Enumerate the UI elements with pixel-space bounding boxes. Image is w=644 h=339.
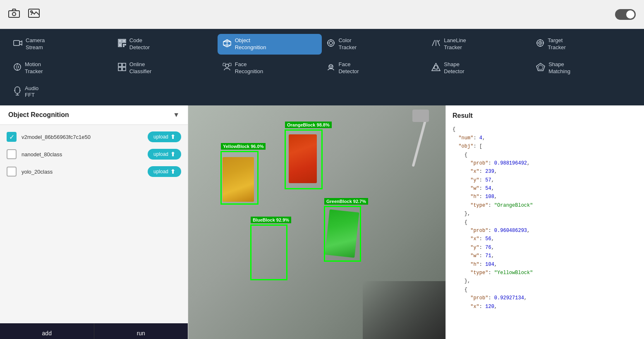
right-panel: Result { "num": 4, "obj": [ { "prob": 0.… xyxy=(445,105,644,339)
nav-target-tracker-label: TargetTracker xyxy=(548,37,566,51)
svg-rect-38 xyxy=(229,63,231,66)
green-block-container: GreenBlock 92.7% xyxy=(324,206,361,262)
nav-audio-fft[interactable]: AudioFFT xyxy=(8,82,113,103)
upload-btn-v2model[interactable]: upload ⬆ xyxy=(148,131,181,142)
model-checkbox-v2model[interactable]: ✓ xyxy=(7,132,17,142)
model-item: yolo_20class upload ⬆ xyxy=(7,166,181,177)
panel-header: Object Recognition ▼ xyxy=(0,105,188,125)
svg-point-15 xyxy=(329,41,333,45)
shape-detector-icon xyxy=(431,63,441,73)
svg-rect-32 xyxy=(118,63,122,67)
camera-icon[interactable] xyxy=(8,8,20,21)
motion-tracker-icon xyxy=(13,63,22,73)
face-detector-icon xyxy=(327,63,335,73)
svg-rect-43 xyxy=(434,65,438,69)
svg-rect-4 xyxy=(14,41,19,45)
blue-detection-box: BlueBlock 92.9% xyxy=(250,224,287,280)
nav-color-tracker-label: ColorTracker xyxy=(338,37,357,51)
face-recognition-icon xyxy=(223,63,232,73)
audio-fft-icon xyxy=(13,86,22,98)
blue-detection-label: BlueBlock 92.9% xyxy=(251,217,291,223)
svg-point-40 xyxy=(330,66,331,67)
nav-target-tracker[interactable]: TargetTracker xyxy=(531,34,636,55)
panel-title: Object Recognition xyxy=(8,111,69,119)
add-button[interactable]: add xyxy=(0,323,94,339)
nav-camera-stream[interactable]: CameraStream xyxy=(8,34,113,55)
left-panel: Object Recognition ▼ ✓ v2model_86b56963f… xyxy=(0,105,188,339)
panel-footer: add run xyxy=(0,323,188,339)
svg-point-29 xyxy=(16,66,19,68)
yellow-detection-label: YellowBlock 96.0% xyxy=(221,143,266,150)
blue-block-container: BlueBlock 92.9% xyxy=(250,224,287,280)
top-bar xyxy=(0,0,644,29)
svg-rect-35 xyxy=(122,67,126,71)
upload-arrow-icon: ⬆ xyxy=(170,151,175,158)
yellow-detection-box: YellowBlock 96.0% xyxy=(220,151,259,205)
nav-laneline-tracker-label: LaneLineTracker xyxy=(444,37,466,51)
nav-face-detector[interactable]: FaceDetector xyxy=(322,58,426,79)
nav-color-tracker[interactable]: ColorTracker xyxy=(322,34,426,55)
nav-motion-tracker-label: MotionTracker xyxy=(25,61,43,75)
connector xyxy=(412,110,429,122)
image-icon[interactable] xyxy=(28,8,40,21)
nav-face-detector-label: FaceDetector xyxy=(338,61,359,75)
nav-shape-matching-label: ShapeMatching xyxy=(548,61,570,75)
model-item: ✓ v2model_86b56963fc7c1e50 upload ⬆ xyxy=(7,131,181,142)
online-classifier-icon xyxy=(118,63,126,73)
dark-corner xyxy=(363,281,445,339)
nav-object-recognition[interactable]: ObjectRecongnition xyxy=(218,34,322,55)
svg-rect-8 xyxy=(119,40,121,42)
svg-line-20 xyxy=(438,40,440,42)
nav-shape-matching[interactable]: ShapeMatching xyxy=(531,58,636,79)
model-list: ✓ v2model_86b56963fc7c1e50 upload ⬆ nano… xyxy=(0,125,188,323)
nav-camera-stream-label: CameraStream xyxy=(26,37,45,51)
shape-matching-icon xyxy=(536,63,545,73)
nav-bar: CameraStream CodeDetector ObjectR xyxy=(0,29,644,105)
svg-point-3 xyxy=(31,11,32,12)
camera-stream-icon xyxy=(13,39,22,49)
nav-face-recognition[interactable]: FaceRecognition xyxy=(218,58,322,79)
model-name-yolo: yolo_20class xyxy=(22,169,143,175)
nav-object-recognition-label: ObjectRecongnition xyxy=(235,37,266,51)
green-detection-label: GreenBlock 92.7% xyxy=(324,198,368,205)
nav-online-classifier-label: OnlineClassifier xyxy=(129,61,151,75)
nav-laneline-tracker[interactable]: LaneLineTracker xyxy=(426,34,531,55)
svg-rect-10 xyxy=(119,44,121,46)
upload-arrow-icon: ⬆ xyxy=(170,134,175,140)
yellow-block-container: YellowBlock 96.0% xyxy=(220,151,259,205)
nav-face-recognition-label: FaceRecognition xyxy=(235,61,263,75)
svg-rect-13 xyxy=(123,46,124,47)
upload-arrow-icon: ⬆ xyxy=(170,168,175,175)
svg-rect-34 xyxy=(118,67,122,71)
model-item: nanodet_80class upload ⬆ xyxy=(7,149,181,160)
object-recognition-icon xyxy=(223,39,232,49)
svg-marker-42 xyxy=(432,63,440,71)
run-button[interactable]: run xyxy=(94,323,188,339)
orange-detection-box: OrangeBlock 98.8% xyxy=(285,129,323,189)
svg-rect-11 xyxy=(123,44,124,45)
laneline-tracker-icon xyxy=(431,39,441,49)
result-title: Result xyxy=(452,112,637,119)
nav-code-detector[interactable]: CodeDetector xyxy=(113,34,218,55)
nav-online-classifier[interactable]: OnlineClassifier xyxy=(113,58,218,79)
model-checkbox-nanodet[interactable] xyxy=(7,149,17,159)
upload-btn-nanodet[interactable]: upload ⬆ xyxy=(148,149,181,160)
svg-marker-45 xyxy=(538,65,543,69)
model-checkbox-yolo[interactable] xyxy=(7,167,17,177)
color-tracker-icon xyxy=(327,39,335,49)
model-name-v2model: v2model_86b56963fc7c1e50 xyxy=(22,134,143,140)
svg-rect-12 xyxy=(125,44,126,45)
green-detection-box: GreenBlock 92.7% xyxy=(324,206,361,262)
theme-toggle[interactable] xyxy=(615,9,636,20)
target-tracker-icon xyxy=(536,39,544,49)
panel-collapse-icon[interactable]: ▼ xyxy=(173,111,180,119)
main-content: Object Recognition ▼ ✓ v2model_86b56963f… xyxy=(0,105,644,339)
nav-shape-detector[interactable]: ShapeDetector xyxy=(426,58,531,79)
nav-shape-detector-label: ShapeDetector xyxy=(444,61,464,75)
orange-block-container: OrangeBlock 98.8% xyxy=(285,129,323,189)
nav-audio-fft-label: AudioFFT xyxy=(25,85,38,99)
orange-detection-label: OrangeBlock 98.8% xyxy=(285,122,332,128)
upload-btn-yolo[interactable]: upload ⬆ xyxy=(148,166,181,177)
nav-motion-tracker[interactable]: MotionTracker xyxy=(8,58,113,79)
svg-rect-33 xyxy=(122,63,126,67)
